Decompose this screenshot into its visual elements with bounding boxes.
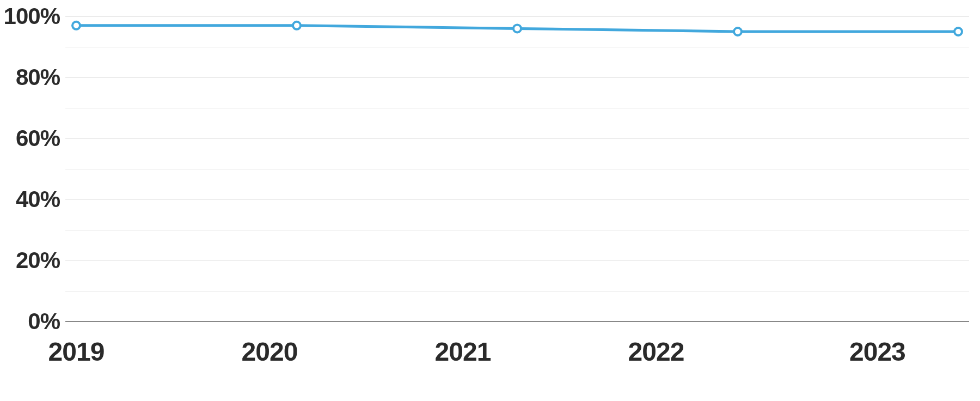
x-tick-label: 2020 [242,337,298,367]
plot-area [65,16,969,321]
x-tick-label: 2023 [849,337,905,367]
x-tick-label: 2019 [48,337,105,367]
y-tick-label: 40% [16,186,60,212]
y-tick-label: 20% [16,247,60,274]
data-point [513,25,521,32]
y-tick-label: 60% [16,125,60,151]
line-chart: 100% 80% 60% 40% 20% 0% 2019 2020 2021 2… [0,0,980,401]
y-tick-label: 80% [16,64,60,90]
data-point [293,22,301,29]
x-tick-label: 2022 [628,337,684,367]
data-point [954,28,962,35]
x-tick-label: 2021 [435,337,491,367]
line-series [65,16,969,321]
y-tick-label: 0% [28,308,60,335]
data-point [72,22,80,29]
data-point [734,28,742,35]
y-tick-label: 100% [4,3,60,29]
